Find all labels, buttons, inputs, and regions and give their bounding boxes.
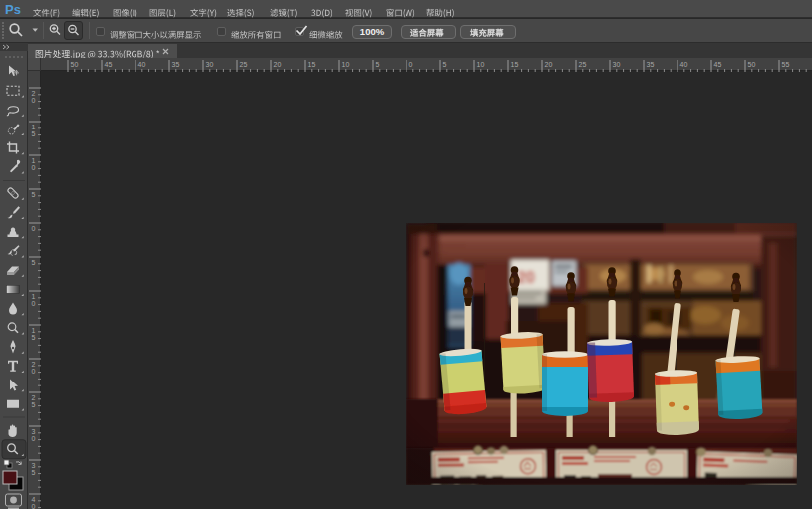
svg-text:30: 30 <box>206 61 214 68</box>
svg-text:35: 35 <box>172 61 180 68</box>
svg-text:45: 45 <box>105 61 113 68</box>
svg-text:50: 50 <box>748 61 756 68</box>
svg-text:45: 45 <box>714 61 722 68</box>
svg-text:5: 5 <box>32 334 36 341</box>
svg-text:15: 15 <box>511 61 519 68</box>
svg-text:55: 55 <box>782 61 790 68</box>
svg-text:5: 5 <box>32 469 36 476</box>
svg-text:0: 0 <box>32 503 36 509</box>
svg-text:5: 5 <box>32 130 36 137</box>
svg-text:5: 5 <box>376 61 380 68</box>
svg-text:10: 10 <box>477 61 485 68</box>
svg-text:15: 15 <box>308 61 316 68</box>
svg-text:25: 25 <box>579 61 587 68</box>
svg-text:40: 40 <box>680 61 688 68</box>
svg-text:0: 0 <box>32 300 36 307</box>
svg-text:0: 0 <box>32 368 36 375</box>
svg-text:10: 10 <box>342 61 350 68</box>
svg-text:35: 35 <box>647 61 655 68</box>
svg-text:50: 50 <box>71 61 79 68</box>
svg-text:5: 5 <box>32 191 36 198</box>
svg-text:5: 5 <box>443 61 447 68</box>
svg-text:40: 40 <box>138 61 146 68</box>
svg-text:5: 5 <box>32 259 36 266</box>
svg-text:20: 20 <box>545 61 553 68</box>
svg-text:25: 25 <box>240 61 248 68</box>
svg-text:0: 0 <box>32 225 36 232</box>
svg-text:0: 0 <box>32 97 36 104</box>
svg-text:5: 5 <box>32 401 36 408</box>
svg-text:20: 20 <box>274 61 282 68</box>
svg-text:30: 30 <box>613 61 621 68</box>
svg-text:0: 0 <box>32 164 36 171</box>
svg-text:0: 0 <box>409 61 413 68</box>
svg-text:0: 0 <box>32 435 36 442</box>
